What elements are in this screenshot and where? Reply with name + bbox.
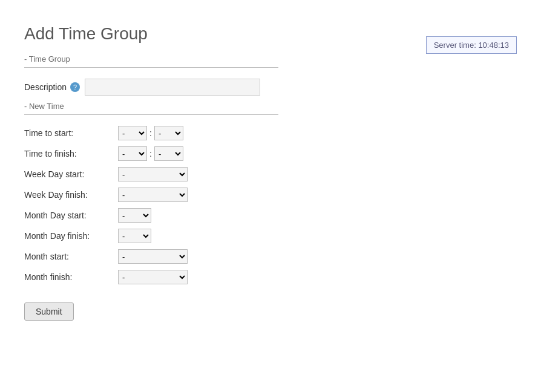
- week-day-finish-row: Week Day finish: -: [24, 188, 517, 202]
- divider-2: [24, 114, 278, 115]
- description-label: Description: [24, 82, 67, 92]
- submit-button[interactable]: Submit: [24, 302, 74, 321]
- description-input[interactable]: [85, 79, 260, 96]
- month-day-finish-label: Month Day finish:: [24, 231, 118, 241]
- month-finish-select[interactable]: -: [118, 270, 188, 284]
- month-start-select[interactable]: -: [118, 249, 188, 264]
- month-finish-row: Month finish: -: [24, 270, 517, 284]
- time-group-section-label: - Time Group: [24, 54, 517, 64]
- time-to-start-label: Time to start:: [24, 128, 118, 138]
- month-day-finish-select[interactable]: -: [118, 229, 151, 243]
- new-time-label: - New Time: [24, 102, 517, 111]
- time-finish-minute-select[interactable]: -: [154, 146, 183, 161]
- time-to-start-selects: - : -: [118, 126, 183, 140]
- form-section: Time to start: - : - Time to finish: - :: [24, 126, 517, 284]
- description-row: Description ?: [24, 79, 517, 96]
- time-to-finish-row: Time to finish: - : -: [24, 146, 517, 161]
- week-day-start-select[interactable]: -: [118, 167, 188, 181]
- month-day-finish-row: Month Day finish: -: [24, 229, 517, 243]
- page-container: Add Time Group Server time: 10:48:13 - T…: [0, 0, 541, 392]
- colon-1: :: [149, 128, 152, 138]
- week-day-start-label: Week Day start:: [24, 169, 118, 179]
- week-day-finish-select[interactable]: -: [118, 188, 188, 202]
- help-icon[interactable]: ?: [70, 82, 80, 92]
- month-day-start-select[interactable]: -: [118, 208, 151, 223]
- colon-2: :: [149, 149, 152, 158]
- month-day-start-row: Month Day start: -: [24, 208, 517, 223]
- time-finish-hour-select[interactable]: -: [118, 146, 147, 161]
- month-start-row: Month start: -: [24, 249, 517, 264]
- month-day-start-label: Month Day start:: [24, 211, 118, 220]
- month-finish-label: Month finish:: [24, 272, 118, 282]
- time-start-hour-select[interactable]: -: [118, 126, 147, 140]
- divider-1: [24, 67, 278, 68]
- time-to-start-row: Time to start: - : -: [24, 126, 517, 140]
- month-start-label: Month start:: [24, 252, 118, 261]
- time-start-minute-select[interactable]: -: [154, 126, 183, 140]
- time-to-finish-label: Time to finish:: [24, 149, 118, 158]
- server-time-box: Server time: 10:48:13: [426, 36, 517, 54]
- week-day-start-row: Week Day start: -: [24, 167, 517, 181]
- time-to-finish-selects: - : -: [118, 146, 183, 161]
- week-day-finish-label: Week Day finish:: [24, 190, 118, 200]
